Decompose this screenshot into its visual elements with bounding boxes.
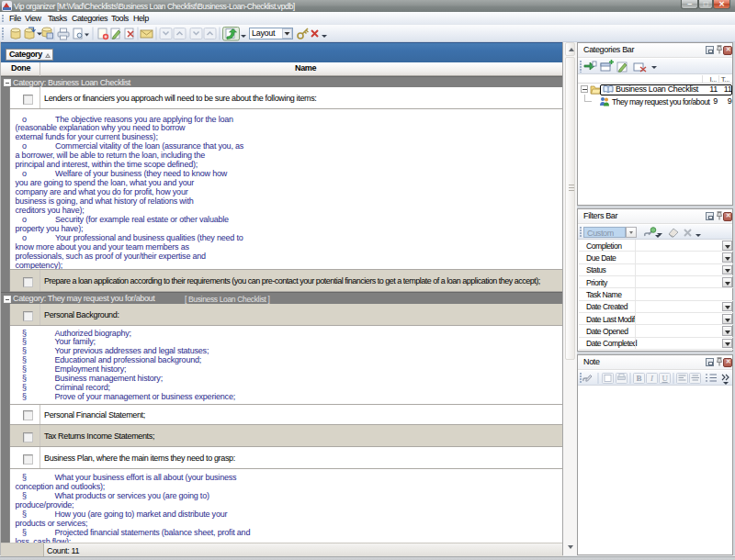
svg-text:U: U	[662, 374, 669, 383]
svg-text:B: B	[637, 374, 642, 383]
